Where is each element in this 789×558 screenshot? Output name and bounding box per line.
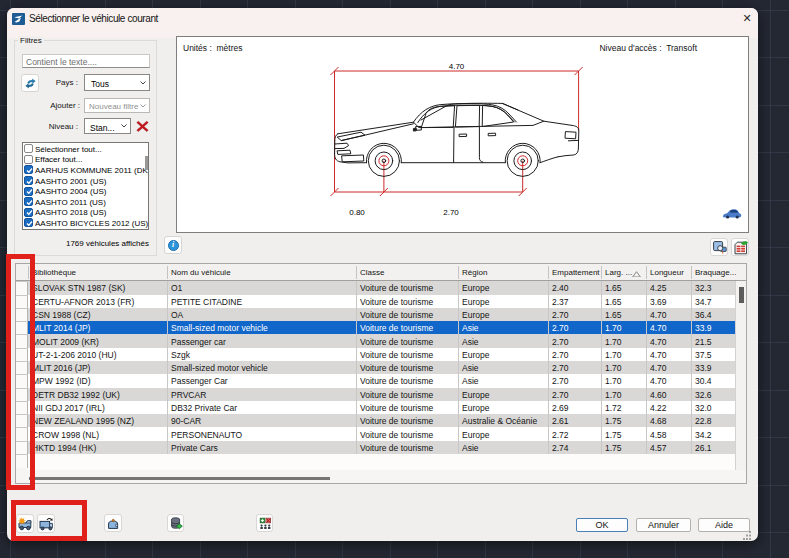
- svg-text:2.70: 2.70: [443, 208, 459, 217]
- svg-text:0.80: 0.80: [349, 208, 365, 217]
- svg-text:4.70: 4.70: [449, 62, 465, 71]
